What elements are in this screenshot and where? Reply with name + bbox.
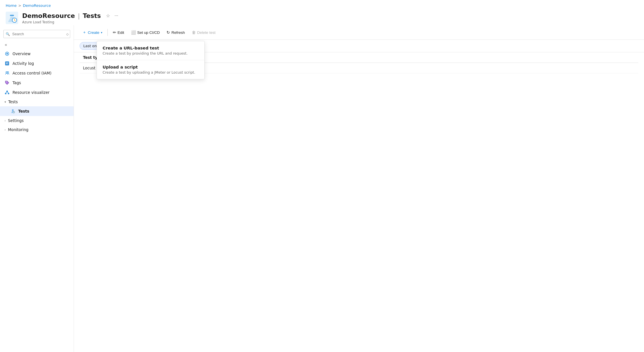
sidebar: 🔍 ◇ « Overview (0, 25, 74, 352)
create-icon: ＋ (82, 30, 86, 35)
sidebar-item-visualizer[interactable]: Resource visualizer (0, 88, 74, 97)
sidebar-section-tests[interactable]: ▾ Tests (0, 97, 74, 106)
create-label: Create (88, 30, 99, 35)
tests-chevron: ▾ (5, 100, 6, 103)
svg-point-13 (5, 93, 6, 94)
refresh-button[interactable]: ↻ Refresh (164, 28, 188, 36)
breadcrumb-separator: > (18, 4, 21, 8)
url-test-title: Create a URL-based test (103, 46, 199, 50)
dropdown-item-url-test[interactable]: Create a URL-based test Create a test by… (97, 41, 204, 60)
main-layout: 🔍 ◇ « Overview (0, 25, 644, 352)
section-name: Tests (83, 12, 101, 19)
dropdown-item-upload-script[interactable]: Upload a script Create a test by uploadi… (97, 60, 204, 79)
upload-script-desc: Create a test by uploading a JMeter or L… (103, 70, 199, 74)
sidebar-item-tests[interactable]: Tests (0, 106, 74, 116)
breadcrumb: Home > DemoResource (0, 0, 644, 9)
svg-point-14 (8, 93, 9, 94)
sidebar-item-overview-label: Overview (13, 51, 31, 56)
create-dropdown-menu: Create a URL-based test Create a test by… (97, 41, 205, 79)
sidebar-section-tests-label: Tests (8, 100, 18, 104)
sidebar-item-activity-label: Activity log (13, 61, 34, 66)
iam-icon (5, 71, 10, 76)
sidebar-item-tags-label: Tags (13, 80, 21, 85)
page-header: DemoResource | Tests ☆ ··· Azure Load Te… (0, 9, 644, 25)
sidebar-item-iam-label: Access control (IAM) (13, 71, 51, 75)
breadcrumb-resource[interactable]: DemoResource (23, 3, 51, 8)
svg-line-16 (7, 92, 9, 93)
svg-point-11 (6, 82, 7, 82)
flask-icon (10, 109, 15, 114)
table-container: Test type Locust (74, 52, 644, 352)
search-container: 🔍 ◇ (0, 28, 74, 40)
header-actions: ☆ ··· (105, 12, 119, 20)
edit-button[interactable]: ✏ Edit (110, 28, 127, 36)
url-test-desc: Create a test by providing the URL and r… (103, 51, 199, 55)
toolbar: ＋ Create ▾ ✏ Edit ⬜ Set up CI/CD ↻ Refre… (74, 25, 644, 40)
header-title-group: DemoResource | Tests ☆ ··· Azure Load Te… (22, 12, 119, 24)
page-title: DemoResource | Tests ☆ ··· (22, 12, 119, 20)
upload-script-title: Upload a script (103, 65, 199, 69)
svg-rect-6 (5, 62, 9, 65)
sidebar-section-monitoring-label: Monitoring (8, 127, 28, 132)
visualizer-icon (5, 90, 10, 95)
create-dropdown-icon: ▾ (101, 31, 102, 34)
monitoring-chevron: › (5, 128, 6, 131)
delete-icon: 🗑 (192, 30, 196, 35)
resource-name: DemoResource (22, 12, 75, 19)
cicd-label: Set up CI/CD (137, 30, 160, 35)
sidebar-item-overview[interactable]: Overview (0, 49, 74, 59)
refresh-label: Refresh (171, 30, 185, 35)
sidebar-section-monitoring[interactable]: › Monitoring (0, 125, 74, 134)
sidebar-item-tests-label: Tests (18, 109, 29, 113)
svg-point-5 (7, 53, 8, 55)
collapse-sidebar-button[interactable]: « (3, 42, 9, 48)
resource-subtitle: Azure Load Testing (22, 20, 119, 24)
breadcrumb-home[interactable]: Home (6, 3, 16, 8)
edit-label: Edit (118, 30, 124, 35)
search-input[interactable] (3, 30, 70, 38)
title-pipe: | (78, 12, 80, 19)
svg-line-15 (6, 92, 7, 93)
delete-label: Delete test (197, 30, 216, 35)
overview-icon (5, 51, 10, 56)
sidebar-controls: « (0, 40, 74, 49)
sidebar-section-settings-label: Settings (8, 118, 24, 123)
app-container: Home > DemoResource DemoResource | Tests (0, 0, 644, 352)
sidebar-item-activity-log[interactable]: Activity log (0, 59, 74, 68)
sidebar-item-iam[interactable]: Access control (IAM) (0, 68, 74, 78)
svg-point-10 (7, 72, 9, 73)
toolbar-divider-1 (107, 29, 108, 36)
svg-point-9 (6, 72, 7, 73)
search-clear-button[interactable]: ◇ (66, 32, 68, 36)
more-options-button[interactable]: ··· (113, 12, 119, 19)
tags-icon (5, 80, 10, 85)
settings-chevron: › (5, 119, 6, 122)
activity-log-icon (5, 61, 10, 66)
refresh-icon: ↻ (167, 30, 170, 35)
resource-icon (6, 12, 18, 24)
cicd-button[interactable]: ⬜ Set up CI/CD (128, 28, 163, 36)
sidebar-section-settings[interactable]: › Settings (0, 116, 74, 125)
favorite-button[interactable]: ☆ (105, 12, 111, 20)
sidebar-item-tags[interactable]: Tags (0, 78, 74, 88)
edit-icon: ✏ (113, 30, 116, 35)
content-area: ＋ Create ▾ ✏ Edit ⬜ Set up CI/CD ↻ Refre… (74, 25, 644, 352)
svg-point-12 (7, 91, 8, 92)
sidebar-item-visualizer-label: Resource visualizer (13, 90, 49, 95)
sidebar-nav: Overview Activity log Access control (IA… (0, 49, 74, 134)
create-button[interactable]: ＋ Create ▾ (80, 28, 105, 37)
cicd-icon: ⬜ (131, 30, 136, 35)
delete-button[interactable]: 🗑 Delete test (189, 28, 219, 36)
